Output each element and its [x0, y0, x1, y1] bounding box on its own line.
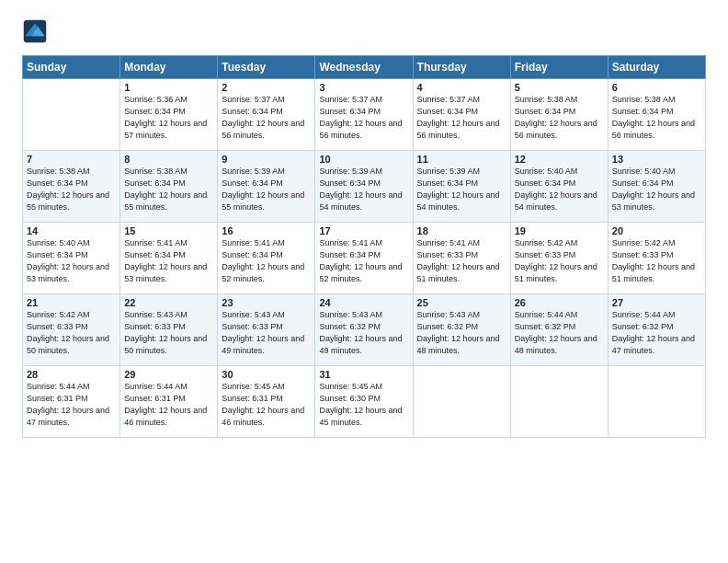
logo: [22, 18, 51, 44]
calendar-cell: 5Sunrise: 5:38 AM Sunset: 6:34 PM Daylig…: [510, 79, 608, 151]
day-info: Sunrise: 5:38 AM Sunset: 6:34 PM Dayligh…: [515, 94, 604, 142]
day-info: Sunrise: 5:36 AM Sunset: 6:34 PM Dayligh…: [124, 94, 213, 142]
day-info: Sunrise: 5:43 AM Sunset: 6:33 PM Dayligh…: [124, 309, 213, 357]
day-info: Sunrise: 5:41 AM Sunset: 6:34 PM Dayligh…: [222, 237, 311, 285]
day-info: Sunrise: 5:40 AM Sunset: 6:34 PM Dayligh…: [612, 166, 701, 213]
day-number: 5: [515, 82, 604, 93]
calendar-cell: 16Sunrise: 5:41 AM Sunset: 6:34 PM Dayli…: [218, 223, 315, 294]
calendar-cell: [413, 366, 510, 438]
day-info: Sunrise: 5:44 AM Sunset: 6:31 PM Dayligh…: [27, 381, 116, 429]
day-number: 12: [515, 154, 604, 165]
calendar-cell: [608, 366, 705, 438]
calendar-cell: 8Sunrise: 5:38 AM Sunset: 6:34 PM Daylig…: [120, 151, 218, 223]
day-number: 15: [124, 225, 213, 236]
calendar-cell: 14Sunrise: 5:40 AM Sunset: 6:34 PM Dayli…: [23, 223, 120, 294]
day-info: Sunrise: 5:39 AM Sunset: 6:34 PM Dayligh…: [319, 166, 408, 213]
weekday-header: Sunday: [23, 56, 120, 79]
calendar-week-row: 28Sunrise: 5:44 AM Sunset: 6:31 PM Dayli…: [23, 366, 706, 438]
day-number: 6: [612, 82, 701, 93]
calendar-cell: 28Sunrise: 5:44 AM Sunset: 6:31 PM Dayli…: [23, 366, 120, 438]
day-number: 16: [222, 225, 311, 236]
calendar-cell: 22Sunrise: 5:43 AM Sunset: 6:33 PM Dayli…: [120, 294, 218, 366]
day-number: 23: [222, 297, 311, 308]
day-info: Sunrise: 5:39 AM Sunset: 6:34 PM Dayligh…: [222, 166, 311, 213]
weekday-header: Friday: [510, 56, 608, 79]
day-info: Sunrise: 5:38 AM Sunset: 6:34 PM Dayligh…: [27, 166, 116, 213]
calendar-table: SundayMondayTuesdayWednesdayThursdayFrid…: [22, 55, 706, 438]
day-number: 1: [124, 82, 213, 93]
day-info: Sunrise: 5:37 AM Sunset: 6:34 PM Dayligh…: [417, 94, 506, 142]
calendar-cell: 9Sunrise: 5:39 AM Sunset: 6:34 PM Daylig…: [218, 151, 315, 223]
day-info: Sunrise: 5:43 AM Sunset: 6:33 PM Dayligh…: [222, 309, 311, 357]
weekday-header: Thursday: [413, 56, 510, 79]
day-number: 30: [222, 369, 311, 380]
weekday-header: Wednesday: [315, 56, 413, 79]
calendar-body: 1Sunrise: 5:36 AM Sunset: 6:34 PM Daylig…: [23, 79, 706, 438]
day-number: 31: [319, 369, 408, 380]
day-number: 28: [27, 369, 116, 380]
weekday-header: Tuesday: [218, 56, 315, 79]
day-info: Sunrise: 5:41 AM Sunset: 6:34 PM Dayligh…: [319, 237, 408, 285]
day-number: 9: [222, 154, 311, 165]
calendar-cell: 29Sunrise: 5:44 AM Sunset: 6:31 PM Dayli…: [120, 366, 218, 438]
day-info: Sunrise: 5:38 AM Sunset: 6:34 PM Dayligh…: [612, 94, 701, 142]
day-number: 19: [515, 225, 604, 236]
calendar-cell: 15Sunrise: 5:41 AM Sunset: 6:34 PM Dayli…: [120, 223, 218, 294]
day-info: Sunrise: 5:39 AM Sunset: 6:34 PM Dayligh…: [417, 166, 506, 213]
day-info: Sunrise: 5:42 AM Sunset: 6:33 PM Dayligh…: [612, 237, 701, 285]
calendar-cell: [510, 366, 608, 438]
day-number: 10: [319, 154, 408, 165]
page: SundayMondayTuesdayWednesdayThursdayFrid…: [0, 0, 728, 453]
calendar-cell: 24Sunrise: 5:43 AM Sunset: 6:32 PM Dayli…: [315, 294, 413, 366]
day-info: Sunrise: 5:45 AM Sunset: 6:31 PM Dayligh…: [222, 381, 311, 429]
day-info: Sunrise: 5:44 AM Sunset: 6:32 PM Dayligh…: [612, 309, 701, 357]
day-info: Sunrise: 5:44 AM Sunset: 6:31 PM Dayligh…: [124, 381, 213, 429]
day-number: 24: [319, 297, 408, 308]
calendar-cell: 12Sunrise: 5:40 AM Sunset: 6:34 PM Dayli…: [510, 151, 608, 223]
day-number: 3: [319, 82, 408, 93]
day-info: Sunrise: 5:44 AM Sunset: 6:32 PM Dayligh…: [515, 309, 604, 357]
day-info: Sunrise: 5:40 AM Sunset: 6:34 PM Dayligh…: [27, 237, 116, 285]
calendar-cell: 27Sunrise: 5:44 AM Sunset: 6:32 PM Dayli…: [608, 294, 705, 366]
calendar-cell: 18Sunrise: 5:41 AM Sunset: 6:33 PM Dayli…: [413, 223, 510, 294]
day-number: 18: [417, 225, 506, 236]
day-number: 21: [27, 297, 116, 308]
day-info: Sunrise: 5:43 AM Sunset: 6:32 PM Dayligh…: [319, 309, 408, 357]
day-number: 2: [222, 82, 311, 93]
calendar-cell: 4Sunrise: 5:37 AM Sunset: 6:34 PM Daylig…: [413, 79, 510, 151]
calendar-header-row: SundayMondayTuesdayWednesdayThursdayFrid…: [23, 56, 706, 79]
day-number: 25: [417, 297, 506, 308]
header: [22, 18, 706, 44]
day-info: Sunrise: 5:37 AM Sunset: 6:34 PM Dayligh…: [222, 94, 311, 142]
calendar-cell: 6Sunrise: 5:38 AM Sunset: 6:34 PM Daylig…: [608, 79, 705, 151]
day-number: 11: [417, 154, 506, 165]
weekday-header: Monday: [120, 56, 218, 79]
calendar-cell: 30Sunrise: 5:45 AM Sunset: 6:31 PM Dayli…: [218, 366, 315, 438]
day-number: 26: [515, 297, 604, 308]
day-info: Sunrise: 5:37 AM Sunset: 6:34 PM Dayligh…: [319, 94, 408, 142]
logo-icon: [22, 18, 48, 44]
calendar-cell: [23, 79, 120, 151]
day-number: 29: [124, 369, 213, 380]
day-info: Sunrise: 5:40 AM Sunset: 6:34 PM Dayligh…: [515, 166, 604, 213]
calendar-cell: 19Sunrise: 5:42 AM Sunset: 6:33 PM Dayli…: [510, 223, 608, 294]
day-number: 8: [124, 154, 213, 165]
day-number: 14: [27, 225, 116, 236]
calendar-cell: 31Sunrise: 5:45 AM Sunset: 6:30 PM Dayli…: [315, 366, 413, 438]
day-info: Sunrise: 5:41 AM Sunset: 6:34 PM Dayligh…: [124, 237, 213, 285]
day-info: Sunrise: 5:42 AM Sunset: 6:33 PM Dayligh…: [515, 237, 604, 285]
day-number: 20: [612, 225, 701, 236]
calendar-cell: 20Sunrise: 5:42 AM Sunset: 6:33 PM Dayli…: [608, 223, 705, 294]
calendar-cell: 13Sunrise: 5:40 AM Sunset: 6:34 PM Dayli…: [608, 151, 705, 223]
calendar-cell: 26Sunrise: 5:44 AM Sunset: 6:32 PM Dayli…: [510, 294, 608, 366]
day-info: Sunrise: 5:43 AM Sunset: 6:32 PM Dayligh…: [417, 309, 506, 357]
day-info: Sunrise: 5:42 AM Sunset: 6:33 PM Dayligh…: [27, 309, 116, 357]
day-info: Sunrise: 5:41 AM Sunset: 6:33 PM Dayligh…: [417, 237, 506, 285]
calendar-cell: 3Sunrise: 5:37 AM Sunset: 6:34 PM Daylig…: [315, 79, 413, 151]
calendar-cell: 7Sunrise: 5:38 AM Sunset: 6:34 PM Daylig…: [23, 151, 120, 223]
day-number: 27: [612, 297, 701, 308]
calendar-cell: 21Sunrise: 5:42 AM Sunset: 6:33 PM Dayli…: [23, 294, 120, 366]
calendar-week-row: 14Sunrise: 5:40 AM Sunset: 6:34 PM Dayli…: [23, 223, 706, 294]
day-info: Sunrise: 5:38 AM Sunset: 6:34 PM Dayligh…: [124, 166, 213, 213]
calendar-week-row: 21Sunrise: 5:42 AM Sunset: 6:33 PM Dayli…: [23, 294, 706, 366]
